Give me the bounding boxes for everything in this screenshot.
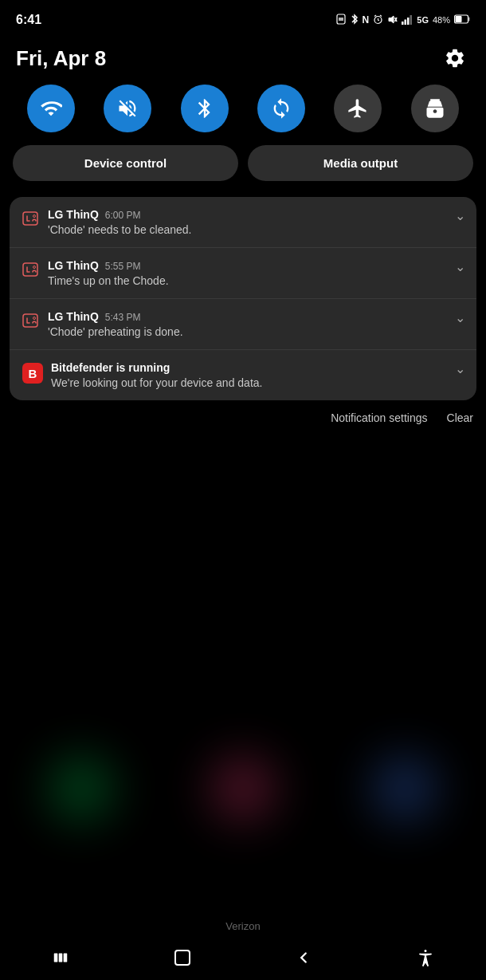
svg-rect-21 bbox=[23, 314, 37, 327]
svg-rect-12 bbox=[407, 18, 410, 25]
wifi-icon bbox=[40, 97, 62, 120]
svg-point-27 bbox=[424, 950, 426, 952]
lgthinq-icon-3 bbox=[22, 312, 40, 333]
flashlight-icon bbox=[424, 97, 446, 120]
clear-button[interactable]: Clear bbox=[447, 411, 473, 424]
notif-header-lg3: LG ThinQ 5:43 PM bbox=[48, 310, 464, 323]
notification-bitdefender[interactable]: B Bitdefender is running We're looking o… bbox=[10, 350, 476, 400]
lgthinq-icon-2 bbox=[22, 261, 40, 281]
airplane-toggle[interactable] bbox=[334, 85, 382, 132]
notif-app-bd: Bitdefender is running bbox=[51, 361, 170, 374]
bottom-navigation bbox=[0, 935, 486, 980]
notification-settings-button[interactable]: Notification settings bbox=[331, 411, 427, 424]
blue-light-spot bbox=[373, 757, 437, 821]
notif-content-lg3: LG ThinQ 5:43 PM 'Chode' preheating is d… bbox=[48, 310, 464, 338]
notif-content-lg2: LG ThinQ 5:55 PM Time's up on the Chode. bbox=[48, 259, 464, 287]
lgthinq-icon-1 bbox=[22, 210, 40, 230]
svg-rect-1 bbox=[339, 18, 343, 21]
notification-lg3[interactable]: LG ThinQ 5:43 PM 'Chode' preheating is d… bbox=[10, 299, 476, 350]
svg-rect-25 bbox=[64, 954, 68, 962]
media-output-button[interactable]: Media output bbox=[248, 145, 473, 181]
home-button[interactable] bbox=[122, 935, 244, 980]
notif-time-lg3: 5:43 PM bbox=[105, 312, 141, 323]
status-icons: N bbox=[335, 14, 470, 26]
notif-app-lg2: LG ThinQ bbox=[48, 259, 99, 272]
svg-rect-13 bbox=[410, 15, 413, 25]
green-light-spot bbox=[49, 757, 113, 821]
expand-icon-lg3[interactable]: ⌄ bbox=[455, 310, 465, 325]
svg-rect-19 bbox=[23, 263, 37, 276]
notif-header-bd: Bitdefender is running bbox=[51, 361, 464, 374]
settings-button[interactable] bbox=[440, 43, 470, 73]
recent-apps-button[interactable] bbox=[0, 935, 122, 980]
svg-rect-16 bbox=[456, 16, 462, 22]
expand-icon-lg1[interactable]: ⌄ bbox=[455, 208, 465, 223]
alarm-icon bbox=[373, 14, 383, 26]
svg-rect-15 bbox=[468, 18, 470, 22]
sync-icon bbox=[270, 97, 292, 120]
notification-lg2[interactable]: LG ThinQ 5:55 PM Time's up on the Chode.… bbox=[10, 248, 476, 299]
wifi-toggle[interactable] bbox=[27, 85, 75, 132]
battery-icon: 48% bbox=[433, 15, 450, 25]
notif-text-lg3: 'Chode' preheating is done. bbox=[48, 325, 464, 338]
svg-point-20 bbox=[33, 266, 36, 269]
carrier-label: Verizon bbox=[0, 920, 486, 932]
flashlight-toggle[interactable] bbox=[411, 85, 459, 132]
header-date: Fri, Apr 8 bbox=[16, 46, 106, 71]
expand-icon-bd[interactable]: ⌄ bbox=[455, 361, 465, 376]
svg-rect-11 bbox=[405, 19, 407, 25]
status-bar: 6:41 N bbox=[0, 0, 486, 35]
sound-toggle[interactable] bbox=[104, 85, 151, 132]
device-control-button[interactable]: Device control bbox=[13, 145, 238, 181]
recent-apps-icon bbox=[52, 949, 69, 966]
battery-bar-icon bbox=[454, 14, 470, 26]
notif-time-lg1: 6:00 PM bbox=[105, 210, 141, 221]
bitdefender-icon: B bbox=[22, 363, 43, 384]
notif-text-lg2: Time's up on the Chode. bbox=[48, 274, 464, 287]
notif-content-lg1: LG ThinQ 6:00 PM 'Chode' needs to be cle… bbox=[48, 208, 464, 236]
nfc-icon: N bbox=[363, 14, 370, 26]
svg-rect-26 bbox=[175, 950, 190, 965]
svg-marker-7 bbox=[389, 16, 394, 23]
pink-light-spot bbox=[211, 757, 275, 821]
expand-icon-lg2[interactable]: ⌄ bbox=[455, 259, 465, 274]
notification-actions: Notification settings Clear bbox=[0, 400, 486, 427]
sync-toggle[interactable] bbox=[257, 85, 305, 132]
back-button[interactable] bbox=[243, 935, 365, 980]
svg-rect-23 bbox=[54, 954, 58, 962]
bluetooth-icon bbox=[194, 97, 216, 120]
svg-point-18 bbox=[33, 215, 36, 218]
svg-line-6 bbox=[380, 15, 382, 17]
bluetooth-toggle[interactable] bbox=[181, 85, 229, 132]
sim-icon bbox=[335, 14, 347, 26]
accessibility-button[interactable] bbox=[365, 935, 487, 980]
bluetooth-status-icon bbox=[351, 14, 359, 26]
svg-rect-24 bbox=[59, 954, 63, 962]
notifications-panel: LG ThinQ 6:00 PM 'Chode' needs to be cle… bbox=[10, 197, 476, 400]
svg-rect-10 bbox=[402, 22, 404, 25]
mute-icon bbox=[387, 14, 398, 26]
sound-off-icon bbox=[116, 97, 139, 120]
quick-toggles bbox=[0, 85, 486, 145]
svg-point-22 bbox=[33, 317, 36, 320]
notif-time-lg2: 5:55 PM bbox=[105, 261, 141, 272]
notif-content-bd: Bitdefender is running We're looking out… bbox=[51, 361, 464, 389]
5g-icon: 5G bbox=[417, 15, 429, 25]
gear-icon bbox=[444, 47, 466, 69]
svg-line-5 bbox=[374, 15, 376, 17]
accessibility-icon bbox=[416, 948, 435, 967]
airplane-icon bbox=[347, 97, 369, 120]
background-lights bbox=[0, 709, 486, 868]
notif-header-lg2: LG ThinQ 5:55 PM bbox=[48, 259, 464, 272]
header-row: Fri, Apr 8 bbox=[0, 35, 486, 85]
signal-icon bbox=[402, 14, 413, 26]
notif-app-lg3: LG ThinQ bbox=[48, 310, 99, 323]
notif-text-bd: We're looking out for your device and da… bbox=[51, 376, 464, 389]
status-time: 6:41 bbox=[16, 13, 41, 27]
notif-app-lg1: LG ThinQ bbox=[48, 208, 99, 221]
home-icon bbox=[173, 948, 192, 967]
svg-rect-17 bbox=[23, 212, 37, 225]
notif-header-lg1: LG ThinQ 6:00 PM bbox=[48, 208, 464, 221]
notification-lg1[interactable]: LG ThinQ 6:00 PM 'Chode' needs to be cle… bbox=[10, 197, 476, 248]
back-icon bbox=[295, 949, 312, 966]
